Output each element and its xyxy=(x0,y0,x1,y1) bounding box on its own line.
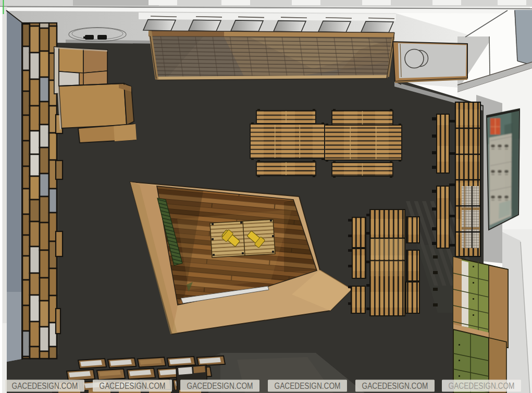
svg-text:GACEDESIGN.COM: GACEDESIGN.COM xyxy=(275,382,341,390)
svg-text:GACEDESIGN.COM: GACEDESIGN.COM xyxy=(12,382,78,390)
svg-text:GACEDESIGN.COM: GACEDESIGN.COM xyxy=(362,382,428,390)
svg-text:GACEDESIGN.COM: GACEDESIGN.COM xyxy=(187,382,253,390)
svg-text:GACEDESIGN.COM: GACEDESIGN.COM xyxy=(100,382,166,390)
svg-text:GACEDESIGN.COM: GACEDESIGN.COM xyxy=(449,382,515,390)
